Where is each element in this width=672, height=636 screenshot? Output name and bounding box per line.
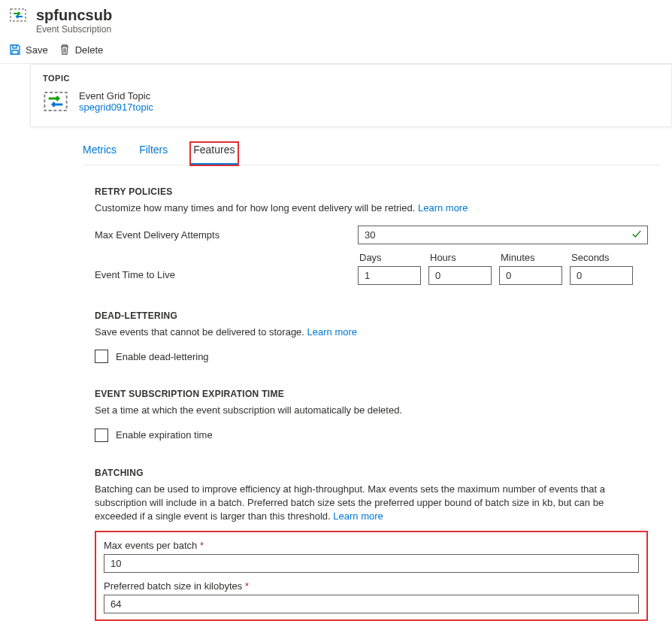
max-events-label: Max events per batch (104, 540, 197, 551)
delete-icon (59, 44, 71, 56)
required-star-icon: * (200, 540, 204, 551)
delete-button[interactable]: Delete (59, 44, 104, 56)
svg-rect-1 (44, 92, 66, 111)
expiration-section: EVENT SUBSCRIPTION EXPIRATION TIME Set a… (95, 389, 648, 441)
save-label: Save (26, 44, 48, 56)
retry-title: RETRY POLICIES (95, 186, 648, 197)
topic-card: TOPIC Event Grid Topic spegrid0917topic (30, 64, 672, 127)
dead-lettering-section: DEAD-LETTERING Save events that cannot b… (95, 310, 648, 363)
ttl-hours-head: Hours (428, 252, 492, 263)
ttl-days-input[interactable] (358, 266, 421, 285)
retry-learn-more-link[interactable]: Learn more (418, 202, 468, 214)
topic-type: Event Grid Topic (79, 90, 153, 101)
ttl-hours-input[interactable] (428, 266, 492, 285)
batch-learn-more-link[interactable]: Learn more (333, 510, 383, 522)
ttl-minutes-head: Minutes (499, 252, 562, 263)
enable-dead-lettering-checkbox[interactable] (95, 350, 108, 363)
dead-title: DEAD-LETTERING (95, 310, 648, 321)
ttl-label: Event Time to Live (95, 269, 358, 285)
page-subtitle: Event Subscription (36, 24, 112, 35)
ttl-days-head: Days (358, 252, 421, 263)
topic-icon (43, 89, 68, 114)
dead-learn-more-link[interactable]: Learn more (307, 326, 357, 338)
retry-policies-section: RETRY POLICIES Customize how many times … (95, 186, 648, 285)
page-title: spfuncsub (36, 6, 112, 24)
tab-filters[interactable]: Filters (139, 142, 168, 165)
ttl-seconds-head: Seconds (570, 252, 633, 263)
ttl-minutes-input[interactable] (499, 266, 562, 285)
enable-expiration-label: Enable expiration time (116, 429, 213, 441)
max-attempts-input[interactable] (358, 226, 648, 244)
tab-metrics[interactable]: Metrics (83, 142, 117, 165)
batching-section: BATCHING Batching can be used to improve… (95, 468, 648, 622)
enable-dead-lettering-label: Enable dead-lettering (116, 351, 209, 362)
max-events-input[interactable] (104, 554, 639, 573)
topic-section-label: TOPIC (43, 74, 659, 83)
required-star-icon: * (245, 580, 249, 592)
batching-highlight: Max events per batch * Preferred batch s… (95, 531, 648, 621)
retry-desc: Customize how many times and for how lon… (95, 202, 415, 214)
tab-bar: Metrics Filters Features (83, 142, 660, 165)
topic-name-link[interactable]: spegrid0917topic (79, 101, 153, 113)
save-button[interactable]: Save (9, 44, 48, 56)
checkmark-icon (631, 229, 642, 241)
exp-desc: Set a time at which the event subscripti… (95, 404, 648, 417)
ttl-seconds-input[interactable] (570, 266, 633, 285)
save-icon (9, 44, 21, 56)
max-attempts-label: Max Event Delivery Attempts (95, 229, 358, 241)
batch-size-label: Preferred batch size in kilobytes (104, 580, 242, 592)
command-bar: Save Delete (0, 39, 672, 64)
batch-size-input[interactable] (104, 595, 639, 613)
dead-desc: Save events that cannot be delivered to … (95, 326, 304, 338)
subscription-icon (9, 6, 27, 24)
exp-title: EVENT SUBSCRIPTION EXPIRATION TIME (95, 389, 648, 399)
batch-title: BATCHING (95, 468, 648, 478)
tab-features[interactable]: Features (190, 142, 238, 165)
enable-expiration-checkbox[interactable] (95, 429, 108, 442)
page-header: spfuncsub Event Subscription (0, 0, 672, 39)
delete-label: Delete (75, 44, 104, 56)
